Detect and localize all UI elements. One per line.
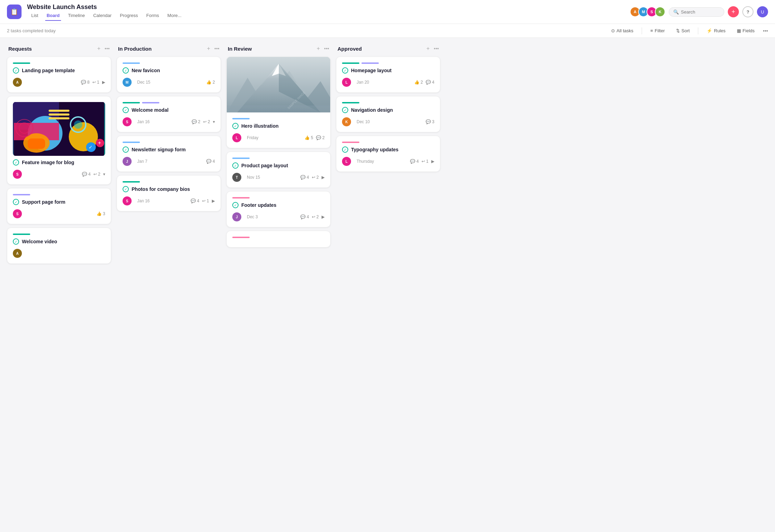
card-meta: 💬 3	[426, 119, 434, 124]
add-button[interactable]: +	[728, 6, 739, 17]
svg-rect-28	[227, 105, 330, 112]
expand-icon[interactable]: ▾	[103, 172, 105, 177]
column-menu-review[interactable]: •••	[324, 46, 329, 51]
card-meta: 💬 4 ↩ 2 ▶	[300, 214, 325, 219]
user-avatar[interactable]: U	[757, 6, 768, 17]
add-card-requests[interactable]: +	[96, 45, 102, 52]
card-tags	[13, 194, 105, 195]
card-footer-updates[interactable]: ✓ Footer updates J Dec 3 💬 4 ↩ 2 ▶	[226, 191, 331, 227]
tag-green	[342, 102, 359, 103]
add-card-approved[interactable]: +	[425, 45, 431, 52]
card-avatar: S	[13, 209, 22, 218]
card-homepage-layout[interactable]: ✓ Homepage layout L Jan 20 👍 2 💬 4	[336, 57, 440, 93]
tab-board[interactable]: Board	[42, 11, 64, 20]
tab-forms[interactable]: Forms	[142, 11, 163, 20]
card-title: Product page layout	[241, 163, 288, 168]
card-footer: A 💬 8 ↩ 1 ▶	[13, 78, 105, 87]
card-footer: S Jan 16 💬 4 ↩ 1 ▶	[123, 196, 215, 205]
card-title: Feature image for blog	[22, 160, 74, 165]
card-footer: L Jan 20 👍 2 💬 4	[342, 78, 434, 87]
card-typography-updates[interactable]: ✓ Typography updates L Thursday 💬 4 ↩ 1 …	[336, 136, 440, 172]
fields-button[interactable]: ▦ Fields	[734, 27, 758, 35]
card-date: Dec 10	[357, 119, 370, 124]
tab-list[interactable]: List	[27, 11, 42, 20]
card-feature-image[interactable]: ✓ + ✓ Feature image for blog	[7, 96, 111, 185]
tab-more[interactable]: More...	[163, 11, 185, 20]
card-review-bottom[interactable]	[226, 231, 331, 247]
comments-count: 💬 4	[410, 159, 419, 164]
column-menu-production[interactable]: •••	[214, 46, 219, 51]
add-card-review[interactable]: +	[315, 45, 321, 52]
card-navigation-design[interactable]: ✓ Navigation design K Dec 10 💬 3	[336, 96, 440, 132]
search-input[interactable]	[681, 9, 720, 15]
search-box[interactable]: 🔍	[669, 7, 724, 17]
avatar-4[interactable]: K	[655, 7, 665, 17]
column-menu-requests[interactable]: •••	[105, 46, 110, 51]
toolbar-more-button[interactable]: •••	[763, 28, 768, 34]
card-title: Landing page template	[22, 68, 75, 73]
card-newsletter-form[interactable]: ✓ Newsletter signup form J Jan 7 💬 4	[117, 136, 221, 172]
card-avatar: J	[232, 212, 241, 221]
comments-count: 💬 4	[300, 175, 309, 180]
expand-icon[interactable]: ▶	[212, 199, 215, 203]
expand-icon[interactable]: ▶	[102, 80, 105, 85]
tag-pink	[342, 142, 359, 143]
card-avatar: T	[232, 173, 241, 182]
card-title-row: ✓ Hero illustration	[232, 123, 325, 129]
check-icon: ✓	[232, 123, 239, 129]
card-support-page[interactable]: ✓ Support page form S 👍 3	[7, 188, 111, 224]
card-footer: L Thursday 💬 4 ↩ 1 ▶	[342, 157, 434, 166]
card-date: Jan 7	[137, 159, 147, 164]
filter-button[interactable]: ≡ Filter	[648, 27, 667, 35]
column-menu-approved[interactable]: •••	[434, 46, 439, 51]
tab-timeline[interactable]: Timeline	[64, 11, 89, 20]
card-date: Jan 16	[137, 199, 150, 203]
column-title-production: In Production	[118, 46, 203, 52]
tag-blue	[232, 118, 250, 119]
rules-button[interactable]: ⚡ Rules	[704, 27, 728, 35]
card-avatar: L	[342, 78, 351, 87]
help-button[interactable]: ?	[742, 6, 753, 17]
rules-icon: ⚡	[707, 28, 712, 33]
card-avatar: J	[123, 157, 132, 166]
card-welcome-modal[interactable]: ✓ Welcome modal S Jan 16 💬 2 ↩ 2 ▾	[117, 96, 221, 132]
tag-green	[13, 62, 30, 64]
search-icon: 🔍	[673, 9, 679, 15]
card-new-favicon[interactable]: ✓ New favicon M Dec 15 👍 2	[117, 57, 221, 93]
app-title: Website Launch Assets	[27, 3, 186, 11]
subtasks-count: ↩ 1	[92, 80, 99, 85]
card-tags	[13, 234, 105, 235]
tab-calendar[interactable]: Calendar	[89, 11, 116, 20]
card-welcome-video[interactable]: ✓ Welcome video A	[7, 228, 111, 264]
svg-rect-10	[49, 113, 69, 116]
fields-icon: ▦	[737, 28, 741, 33]
card-footer: J Jan 7 💬 4	[123, 157, 215, 166]
card-content: ✓ Hero illustration L Friday 👍 5 💬 2	[227, 112, 330, 148]
card-title-row: ✓ Landing page template	[13, 67, 105, 74]
card-meta: 👍 3	[97, 211, 105, 216]
board: Requests + ••• ✓ Landing page template A…	[0, 38, 775, 528]
card-photos-company[interactable]: ✓ Photos for company bios S Jan 16 💬 4 ↩…	[117, 175, 221, 211]
card-product-page[interactable]: ✓ Product page layout T Nov 15 💬 4 ↩ 2 ▶	[226, 152, 331, 188]
card-title-row: ✓ Homepage layout	[342, 67, 434, 74]
expand-icon[interactable]: ▶	[431, 159, 434, 164]
separator-2	[698, 27, 698, 34]
expand-icon[interactable]: ▶	[322, 214, 325, 219]
column-header-production: In Production + •••	[117, 45, 221, 57]
tab-progress[interactable]: Progress	[116, 11, 142, 20]
card-tags	[342, 102, 434, 103]
card-landing-page[interactable]: ✓ Landing page template A 💬 8 ↩ 1 ▶	[7, 57, 111, 93]
card-tags	[342, 62, 434, 64]
all-tasks-button[interactable]: ⊙ All tasks	[608, 27, 636, 35]
card-hero-illustration[interactable]: SAMPLE IMAGE ✓ Hero illustration L Frida…	[226, 57, 331, 148]
card-avatar: S	[123, 196, 132, 205]
sort-icon: ⇅	[676, 28, 680, 33]
card-title-row: ✓ New favicon	[123, 67, 215, 74]
cards-production: ✓ New favicon M Dec 15 👍 2	[117, 57, 221, 211]
expand-icon[interactable]: ▾	[213, 119, 215, 124]
svg-rect-11	[49, 117, 69, 119]
add-card-production[interactable]: +	[206, 45, 211, 52]
expand-icon[interactable]: ▶	[322, 175, 325, 180]
check-icon: ✓	[123, 67, 129, 74]
sort-button[interactable]: ⇅ Sort	[673, 27, 693, 35]
